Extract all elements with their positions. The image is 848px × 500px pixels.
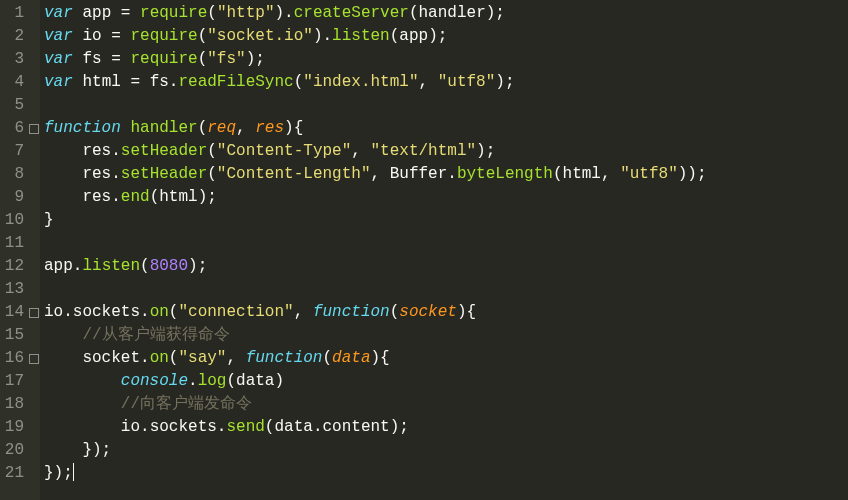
token-pn: . <box>447 165 457 183</box>
code-line[interactable] <box>44 94 848 117</box>
token-fn: handler <box>130 119 197 137</box>
code-line[interactable]: app.listen(8080); <box>44 255 848 278</box>
token-id: html <box>159 188 197 206</box>
token-cm: //向客户端发命令 <box>121 395 252 413</box>
fold-cell <box>28 117 40 140</box>
token-pn: ( <box>140 257 150 275</box>
token-pn: ) <box>274 372 284 390</box>
token-str: "Content-Type" <box>217 142 351 160</box>
fold-cell <box>28 255 40 278</box>
token-str: "utf8" <box>620 165 678 183</box>
token-kw: var <box>44 50 73 68</box>
token-pn <box>73 50 83 68</box>
token-id: handler <box>419 4 486 22</box>
token-pn: ){ <box>370 349 389 367</box>
token-pn: ). <box>274 4 293 22</box>
token-num: 8080 <box>150 257 188 275</box>
token-id: res <box>82 188 111 206</box>
token-id: Buffer <box>390 165 448 183</box>
code-line[interactable]: var io = require("socket.io").listen(app… <box>44 25 848 48</box>
line-number: 14 <box>2 301 24 324</box>
token-pn <box>44 165 82 183</box>
token-fn: on <box>150 349 169 367</box>
fold-cell <box>28 2 40 25</box>
token-fn: require <box>140 4 207 22</box>
code-line[interactable]: res.setHeader("Content-Type", "text/html… <box>44 140 848 163</box>
line-number: 20 <box>2 439 24 462</box>
code-line[interactable]: var html = fs.readFileSync("index.html",… <box>44 71 848 94</box>
token-pn: ( <box>409 4 419 22</box>
token-fn: send <box>226 418 264 436</box>
code-line[interactable]: function handler(req, res){ <box>44 117 848 140</box>
fold-cell <box>28 163 40 186</box>
token-pn <box>44 188 82 206</box>
token-kw: var <box>44 73 73 91</box>
line-number: 2 <box>2 25 24 48</box>
token-pn: , <box>370 165 389 183</box>
code-line[interactable] <box>44 278 848 301</box>
token-id: socket <box>82 349 140 367</box>
token-id: content <box>322 418 389 436</box>
code-line[interactable]: socket.on("say", function(data){ <box>44 347 848 370</box>
token-pn: ( <box>553 165 563 183</box>
token-id: app <box>82 4 111 22</box>
code-line[interactable]: io.sockets.on("connection", function(soc… <box>44 301 848 324</box>
token-prm: req <box>207 119 236 137</box>
fold-marker-icon[interactable] <box>29 354 39 364</box>
code-line[interactable]: var fs = require("fs"); <box>44 48 848 71</box>
token-pn: ( <box>322 349 332 367</box>
token-str: "connection" <box>178 303 293 321</box>
token-obj: console <box>121 372 188 390</box>
fold-marker-icon[interactable] <box>29 124 39 134</box>
line-number: 7 <box>2 140 24 163</box>
token-fnkw: function <box>246 349 323 367</box>
token-pn: ( <box>198 27 208 45</box>
code-line[interactable]: //从客户端获得命令 <box>44 324 848 347</box>
code-line[interactable] <box>44 232 848 255</box>
fold-cell <box>28 94 40 117</box>
line-number: 12 <box>2 255 24 278</box>
token-pn: . <box>73 257 83 275</box>
line-number: 6 <box>2 117 24 140</box>
token-str: "say" <box>178 349 226 367</box>
token-pn: ( <box>294 73 304 91</box>
token-pn: ( <box>150 188 160 206</box>
token-pn: , <box>601 165 620 183</box>
line-number: 18 <box>2 393 24 416</box>
code-line[interactable]: } <box>44 209 848 232</box>
token-str: "index.html" <box>303 73 418 91</box>
text-cursor <box>73 463 74 481</box>
token-id: sockets <box>73 303 140 321</box>
fold-cell <box>28 25 40 48</box>
code-area[interactable]: var app = require("http").createServer(h… <box>40 0 848 500</box>
fold-cell <box>28 278 40 301</box>
token-pn: . <box>188 372 198 390</box>
token-pn: = <box>111 4 140 22</box>
token-pn: ). <box>313 27 332 45</box>
code-line[interactable]: //向客户端发命令 <box>44 393 848 416</box>
token-fnkw: function <box>44 119 121 137</box>
code-line[interactable]: console.log(data) <box>44 370 848 393</box>
code-line[interactable]: }); <box>44 462 848 485</box>
token-prm: res <box>255 119 284 137</box>
fold-cell <box>28 347 40 370</box>
code-line[interactable]: var app = require("http").createServer(h… <box>44 2 848 25</box>
token-cm: //从客户端获得命令 <box>82 326 229 344</box>
code-line[interactable]: res.setHeader("Content-Length", Buffer.b… <box>44 163 848 186</box>
token-fn: readFileSync <box>178 73 293 91</box>
code-editor[interactable]: 123456789101112131415161718192021 var ap… <box>0 0 848 500</box>
token-pn <box>44 142 82 160</box>
code-line[interactable]: res.end(html); <box>44 186 848 209</box>
code-line[interactable]: }); <box>44 439 848 462</box>
token-pn: . <box>217 418 227 436</box>
token-pn: ); <box>476 142 495 160</box>
token-pn: ); <box>428 27 447 45</box>
token-fn: end <box>121 188 150 206</box>
token-id: app <box>399 27 428 45</box>
code-line[interactable]: io.sockets.send(data.content); <box>44 416 848 439</box>
token-prm: data <box>332 349 370 367</box>
fold-marker-icon[interactable] <box>29 308 39 318</box>
line-number: 1 <box>2 2 24 25</box>
token-prm: socket <box>399 303 457 321</box>
token-pn: ( <box>207 142 217 160</box>
